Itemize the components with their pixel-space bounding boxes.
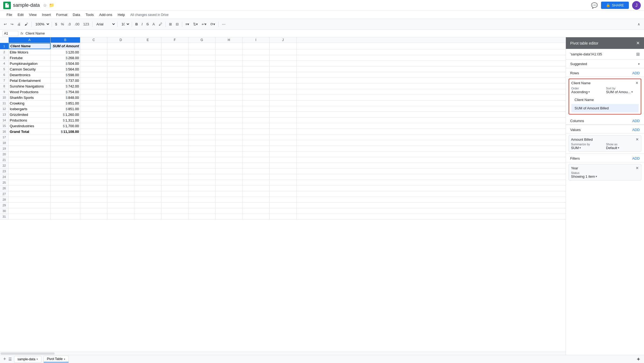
currency-button[interactable]: $ [54, 21, 59, 27]
valign-button[interactable]: ⇅▾ [191, 21, 200, 27]
col-header-D[interactable]: D [107, 37, 134, 43]
scroll-thumb[interactable] [1, 352, 55, 355]
chat-icon[interactable]: 💬 [591, 2, 598, 9]
col-header-E[interactable]: E [134, 37, 161, 43]
cell-I1[interactable] [243, 43, 270, 49]
cell-A3[interactable]: Firetube [9, 55, 51, 60]
menu-tools[interactable]: Tools [83, 12, 96, 18]
cell-B16[interactable]: $11,108.00 [51, 129, 80, 134]
italic-button[interactable]: I [140, 21, 144, 27]
add-sheet-button[interactable]: + [3, 356, 6, 362]
columns-add-button[interactable]: ADD [632, 119, 640, 123]
font-size-select[interactable]: 10 [119, 21, 130, 27]
cell-A12[interactable]: Icebergarts [9, 106, 51, 112]
border-button[interactable]: ⊞ [167, 21, 174, 27]
cell-E1[interactable] [134, 43, 161, 49]
share-button[interactable]: 🔒 SHARE [601, 2, 629, 9]
percent-button[interactable]: % [59, 21, 66, 27]
menu-help[interactable]: Help [115, 12, 127, 18]
col-header-C[interactable]: C [80, 37, 107, 43]
cell-A11[interactable]: Crowking [9, 100, 51, 106]
bold-button[interactable]: B [134, 21, 139, 27]
avatar[interactable]: J [632, 1, 641, 10]
col-header-J[interactable]: J [270, 37, 297, 43]
hide-formula-button[interactable]: ∧ [636, 21, 642, 27]
col-header-A[interactable]: A [9, 37, 51, 43]
menu-data[interactable]: Data [71, 12, 82, 18]
cell-B15[interactable]: $1,700.00 [51, 123, 80, 129]
cell-B9[interactable]: $754.00 [51, 89, 80, 95]
cell-B14[interactable]: $1,311.00 [51, 117, 80, 123]
cell-B10[interactable]: $848.00 [51, 95, 80, 100]
filters-field-close-icon[interactable]: ✕ [636, 166, 639, 170]
cell-A16[interactable]: Grand Total [9, 129, 51, 134]
cell-A5[interactable]: Cannon Security [9, 66, 51, 72]
dropdown-item-client-name[interactable]: Client Name [571, 96, 639, 104]
decimal-increase-button[interactable]: .00 [73, 21, 81, 27]
menu-format[interactable]: Format [54, 12, 69, 18]
rows-field-close-icon[interactable]: ✕ [635, 81, 639, 85]
align-button[interactable]: ≡▾ [184, 21, 191, 27]
rotate-button[interactable]: ⟳▾ [209, 21, 217, 27]
sheet-tab-sample-data[interactable]: sample-data ▾ [14, 356, 41, 362]
status-chevron-icon[interactable]: ▾ [596, 175, 597, 178]
cell-G1[interactable] [188, 43, 215, 49]
menu-file[interactable]: File [4, 12, 14, 18]
menu-addons[interactable]: Add-ons [97, 12, 114, 18]
values-field-close-icon[interactable]: ✕ [636, 137, 639, 142]
col-header-I[interactable]: I [243, 37, 270, 43]
cell-D1[interactable] [107, 43, 134, 49]
cell-B6[interactable]: $598.00 [51, 72, 80, 78]
summarize-chevron-icon[interactable]: ▾ [579, 146, 581, 150]
cell-B13[interactable]: $1,260.00 [51, 112, 80, 117]
sheet-list-button[interactable]: ☰ [8, 357, 12, 361]
cell-A1[interactable]: Client Name [9, 43, 51, 49]
dropdown-item-sum-amount[interactable]: SUM of Amount Billed [571, 104, 639, 112]
cell-A2[interactable]: Elite Motors [9, 49, 51, 55]
cell-A6[interactable]: Deserttronics [9, 72, 51, 78]
suggested-section[interactable]: Suggested ▾ [566, 60, 644, 68]
cell-A15[interactable]: Questindustries [9, 123, 51, 129]
col-header-F[interactable]: F [161, 37, 188, 43]
rows-add-button[interactable]: ADD [632, 71, 640, 75]
menu-view[interactable]: View [27, 12, 39, 18]
formula-input[interactable] [25, 31, 642, 35]
cell-B5[interactable]: $564.00 [51, 66, 80, 72]
cell-A13[interactable]: Grizzlimited [9, 112, 51, 117]
order-chevron-icon[interactable]: ▾ [588, 90, 590, 94]
explore-button[interactable]: ✦ [636, 356, 641, 362]
cell-A10[interactable]: Sharkfin Sports [9, 95, 51, 100]
decimal-decrease-button[interactable]: .0 [66, 21, 72, 27]
cell-A9[interactable]: Wood Productions [9, 89, 51, 95]
cell-C1[interactable] [80, 43, 107, 49]
cell-A14[interactable]: Priductions [9, 117, 51, 123]
paint-format-button[interactable]: 🖌 [23, 21, 30, 27]
wrap-button[interactable]: ↩▾ [200, 21, 208, 27]
folder-icon[interactable]: 📁 [49, 3, 54, 8]
filters-add-button[interactable]: ADD [632, 156, 640, 160]
values-add-button[interactable]: ADD [632, 128, 640, 132]
cell-reference[interactable] [2, 31, 18, 36]
sheet-tab-pivot-table[interactable]: Pivot Table ▾ [44, 356, 69, 362]
menu-edit[interactable]: Edit [15, 12, 26, 18]
cell-A4[interactable]: Pumpkinavigation [9, 61, 51, 66]
highlight-button[interactable]: 🖊 [157, 21, 164, 27]
cell-B2[interactable]: $120.00 [51, 49, 80, 55]
col-header-B[interactable]: B [51, 37, 80, 43]
merge-button[interactable]: ⊟ [174, 21, 180, 27]
cell-J1[interactable] [270, 43, 297, 49]
cell-A8[interactable]: Sunshine Navigations [9, 83, 51, 89]
close-icon[interactable]: ✕ [636, 41, 640, 46]
cell-F1[interactable] [161, 43, 188, 49]
cell-B4[interactable]: $504.00 [51, 61, 80, 66]
cell-H1[interactable] [215, 43, 243, 49]
strikethrough-button[interactable]: S [145, 21, 150, 27]
cell-B8[interactable]: $742.00 [51, 83, 80, 89]
show-as-chevron-icon[interactable]: ▾ [618, 146, 619, 150]
cell-B1[interactable]: SUM of Amount [51, 43, 80, 49]
sort-by-chevron-icon[interactable]: ▾ [631, 90, 633, 94]
cell-A7[interactable]: Petal Entertainment [9, 78, 51, 83]
font-select[interactable]: Arial [94, 21, 116, 27]
zoom-select[interactable]: 100% [33, 21, 50, 27]
print-button[interactable]: 🖨 [16, 21, 22, 27]
